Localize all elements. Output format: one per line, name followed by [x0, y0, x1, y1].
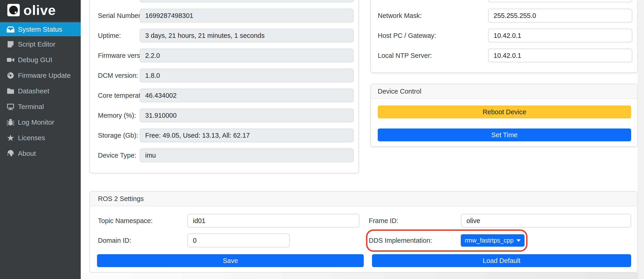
device-type-input[interactable]: [140, 148, 354, 162]
save-button[interactable]: Save: [97, 254, 364, 267]
device-control-card: Device Control Reboot Device Set Time: [370, 84, 638, 147]
sidebar-item-label: Debug GUI: [18, 52, 52, 68]
sidebar-item-label: Log Monitor: [18, 114, 54, 130]
sidebar-item-terminal[interactable]: Terminal: [0, 99, 81, 114]
field-label: Serial Number:: [98, 9, 142, 22]
ros2-settings-card: ROS 2 Settings Topic Namespace: Frame ID…: [90, 191, 638, 272]
sidebar-item-label: Datasheet: [18, 83, 49, 99]
network-mask-input[interactable]: [488, 9, 632, 22]
sidebar-item-system-status[interactable]: System Status: [0, 22, 81, 36]
local-ntp-server-input[interactable]: [488, 49, 632, 62]
host-pc-gateway-input[interactable]: [488, 29, 632, 42]
frame-id-input[interactable]: [461, 214, 631, 228]
field-label: Frame ID:: [369, 214, 398, 228]
logo-text: olive: [24, 2, 56, 19]
sidebar-item-script-editor[interactable]: Script Editor: [0, 36, 81, 52]
storage-input[interactable]: [140, 128, 354, 142]
sticky-note-icon: [6, 40, 15, 48]
dds-implementation-dropdown[interactable]: rmw_fastrtps_cpp: [461, 234, 524, 247]
field-label: Memory (%):: [98, 108, 136, 122]
field-label: Storage (Gb):: [98, 128, 138, 142]
sidebar-item-label: Firmware Update: [18, 68, 71, 83]
field-label: Device Type:: [98, 148, 136, 162]
domain-id-input[interactable]: [187, 234, 290, 247]
uptime-input[interactable]: [140, 29, 354, 42]
field-label: Network Mask:: [378, 9, 422, 22]
card-title: ROS 2 Settings: [90, 192, 637, 206]
sidebar-item-about[interactable]: About: [0, 146, 81, 161]
dds-implementation-value: rmw_fastrtps_cpp: [465, 237, 514, 244]
olive-logo-icon: [7, 4, 20, 16]
card-title: Device Control: [371, 84, 637, 99]
olive-logo[interactable]: olive: [0, 0, 81, 21]
field-label: Local NTP Server:: [378, 49, 432, 62]
network-partial-input[interactable]: [488, 0, 632, 2]
star-icon: ★: [6, 134, 15, 142]
firmware-version-input[interactable]: [140, 49, 354, 62]
sidebar-item-log-monitor[interactable]: Log Monitor: [0, 114, 81, 130]
inbox-icon: [6, 25, 15, 34]
monitor-icon: [6, 102, 15, 111]
load-default-button[interactable]: Load Default: [372, 254, 631, 267]
reboot-device-button[interactable]: Reboot Device: [378, 106, 631, 118]
topic-namespace-input[interactable]: [187, 214, 360, 228]
scrollbar-track[interactable]: [638, 0, 644, 279]
sidebar-item-debug-gui[interactable]: Debug GUI: [0, 52, 81, 68]
sidebar-item-label: Terminal: [18, 99, 44, 114]
set-time-button[interactable]: Set Time: [378, 128, 631, 141]
bug-icon: [6, 118, 15, 126]
sidebar-item-datasheet[interactable]: Datasheet: [0, 83, 81, 99]
sidebar-item-licenses[interactable]: ★ Licenses: [0, 130, 81, 146]
system-status-page: olive System Status Script Editor Debug …: [0, 0, 644, 279]
sidebar-item-firmware-update[interactable]: Firmware Update: [0, 68, 81, 83]
sidebar: olive System Status Script Editor Debug …: [0, 0, 81, 279]
field-label: Host PC / Gateway:: [378, 29, 436, 42]
device-info-partial-input[interactable]: [140, 0, 354, 2]
sidebar-item-label: Licenses: [18, 130, 45, 146]
network-settings-card: Network Mask: Host PC / Gateway: Local N…: [370, 0, 638, 73]
memory-input[interactable]: [140, 108, 354, 122]
field-label: Domain ID:: [98, 234, 131, 247]
field-label: Topic Namespace:: [98, 214, 153, 228]
sidebar-item-label: System Status: [18, 22, 62, 36]
field-label: Uptime:: [98, 29, 121, 42]
device-info-card: Serial Number: Uptime: Firmware version:…: [90, 0, 359, 173]
video-camera-icon: [6, 56, 15, 64]
fingerprint-icon: [6, 149, 15, 158]
core-temperature-input[interactable]: [140, 88, 354, 102]
page-background-band: [81, 272, 638, 279]
sidebar-item-label: Script Editor: [18, 36, 55, 52]
sidebar-item-label: About: [18, 146, 36, 161]
disc-icon: [6, 71, 15, 80]
folder-icon: [6, 87, 15, 95]
dcm-version-input[interactable]: [140, 68, 354, 82]
field-label: DCM version:: [98, 68, 138, 82]
field-label: DDS Implementation:: [369, 234, 432, 247]
caret-down-icon: [516, 239, 520, 242]
serial-number-input[interactable]: [140, 9, 354, 22]
